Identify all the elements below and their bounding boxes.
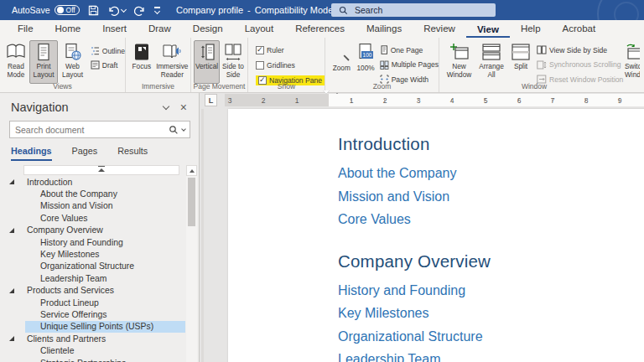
immersive-reader-icon [162, 43, 182, 61]
search-placeholder: Search [355, 5, 382, 15]
document-area: L 3 2 1 1 2 3 4 5 6 7 [200, 93, 644, 362]
document-search-input[interactable] [10, 125, 169, 135]
undo-icon[interactable] [107, 5, 126, 16]
vertical-button[interactable]: Vertical [194, 40, 220, 84]
document-page[interactable]: Introduction About the Company Mission a… [228, 109, 644, 362]
web-layout-button[interactable]: Web Layout [58, 40, 86, 84]
close-pane-icon[interactable]: × [180, 102, 187, 112]
nav-item-clientele[interactable]: Clientele [0, 344, 185, 356]
tab-results[interactable]: Results [117, 146, 148, 161]
document-search-box[interactable] [9, 121, 190, 138]
read-mode-button[interactable]: Read Mode [3, 40, 29, 84]
tree-scrollbar[interactable] [186, 165, 197, 362]
customize-quick-access-toolbar-icon[interactable] [154, 7, 160, 13]
side-to-side-button[interactable]: Side to Side [220, 40, 247, 84]
scroll-to-top-icon [98, 168, 105, 172]
synchronous-scrolling-button[interactable]: Synchronous Scrolling [537, 59, 623, 71]
tab-headings[interactable]: Headings [11, 146, 52, 161]
new-window-button[interactable]: New Window [444, 40, 475, 84]
view-side-by-side-button[interactable]: View Side by Side [537, 44, 623, 56]
autosave-switch[interactable]: Off [55, 5, 80, 15]
tab-pages[interactable]: Pages [72, 146, 98, 161]
tab-mailings[interactable]: Mailings [356, 21, 413, 38]
tab-help[interactable]: Help [510, 21, 552, 38]
nav-item-leadership-team[interactable]: Leadership Team [0, 272, 185, 284]
tab-design[interactable]: Design [182, 21, 234, 38]
nav-item-company-overview[interactable]: Company Overview [0, 225, 185, 236]
zoom-button[interactable]: Zoom [329, 40, 355, 84]
nav-item-unique-selling-points[interactable]: Unique Selling Points (USPs) [0, 321, 185, 333]
title-separator: - [247, 5, 251, 15]
split-icon [511, 43, 531, 61]
tab-view[interactable]: View [466, 22, 510, 39]
nav-item-strategic-partnerships[interactable]: Strategic Partnerships [0, 357, 185, 362]
nav-item-key-milestones[interactable]: Key Milestones [0, 248, 185, 260]
arrange-all-button[interactable]: Arrange All [475, 40, 508, 84]
tab-review[interactable]: Review [413, 21, 466, 38]
outline-icon [91, 46, 100, 55]
view-side-by-side-icon [537, 45, 547, 54]
document-title: Company profile - Compatibility Mode [176, 0, 344, 20]
arrange-all-icon [481, 43, 501, 61]
one-page-button[interactable]: One Page [380, 44, 439, 56]
scrollbar-up-button[interactable] [186, 165, 197, 176]
zoom-100-button[interactable]: 100 100% [355, 40, 377, 84]
heading2-core-values: Core Values [338, 208, 644, 231]
undo-dropdown-icon[interactable] [121, 6, 127, 12]
ruler-checkbox[interactable]: Ruler [256, 44, 284, 56]
switch-windows-button[interactable]: Switch Windows [622, 40, 640, 84]
tab-home[interactable]: Home [44, 21, 92, 38]
group-label-page-movement: Page Movement [191, 82, 247, 90]
nav-item-mission-and-vision[interactable]: Mission and Vision [0, 200, 185, 212]
split-button[interactable]: Split [508, 40, 533, 84]
search-options-chevron-icon[interactable] [181, 127, 186, 132]
one-page-icon [380, 45, 388, 54]
outline-button[interactable]: Outline [91, 44, 125, 57]
tab-references[interactable]: References [284, 21, 356, 38]
arrow-up-icon [190, 169, 195, 173]
tree-scroll-top-bar[interactable] [23, 165, 179, 175]
nav-item-introduction[interactable]: Introduction [0, 176, 185, 188]
heading2-history-and-founding: History and Founding [338, 279, 644, 303]
draft-button[interactable]: Draft [91, 59, 125, 71]
word-window: AutoSave Off Company profile [0, 0, 644, 362]
immersive-reader-button[interactable]: Immersive Reader [154, 40, 190, 84]
heading2-leadership-team: Leadership Team [338, 348, 644, 362]
nav-item-product-lineup[interactable]: Product Lineup [0, 297, 185, 308]
redo-icon[interactable] [134, 5, 146, 16]
nav-item-history-and-founding[interactable]: History and Founding [0, 236, 185, 248]
group-page-movement: Vertical Side to Side Page Movement [191, 38, 248, 92]
navigation-pane-tabs: Headings Pages Results [0, 138, 199, 161]
tab-layout[interactable]: Layout [234, 21, 285, 38]
print-layout-icon [36, 43, 51, 61]
multiple-pages-button[interactable]: Multiple Pages [380, 59, 439, 71]
nav-item-core-values[interactable]: Core Values [0, 212, 185, 224]
nav-item-products-and-services[interactable]: Products and Services [0, 285, 185, 297]
checkbox-checked-icon[interactable] [256, 46, 264, 54]
autosave-toggle[interactable]: AutoSave Off [12, 5, 80, 15]
autosave-state: Off [66, 7, 75, 13]
save-icon[interactable] [88, 5, 99, 16]
compatibility-mode-label: Compatibility Mode [255, 5, 334, 15]
tab-acrobat[interactable]: Acrobat [552, 21, 607, 38]
read-mode-icon [6, 43, 26, 61]
tab-insert[interactable]: Insert [91, 21, 138, 38]
synchronous-scrolling-icon [537, 60, 547, 70]
print-layout-button[interactable]: Print Layout [29, 40, 58, 84]
nav-item-clients-and-partners[interactable]: Clients and Partners [0, 333, 185, 344]
checkbox-unchecked-icon[interactable] [256, 61, 264, 70]
main-area: Navigation × Headings Pages Results [0, 93, 644, 362]
gridlines-checkbox[interactable]: Gridlines [256, 59, 295, 71]
focus-button[interactable]: Focus [129, 40, 154, 84]
tab-draw[interactable]: Draw [138, 21, 182, 38]
pane-options-chevron-icon[interactable] [163, 102, 169, 109]
search-icon[interactable] [169, 125, 179, 135]
nav-item-service-offerings[interactable]: Service Offerings [0, 308, 185, 320]
heading2-about-the-company: About the Company [338, 162, 644, 185]
nav-item-organizational-structure[interactable]: Organizational Structure [0, 261, 185, 272]
search-box[interactable]: Search [331, 3, 496, 17]
svg-text:100: 100 [363, 52, 372, 58]
tab-file[interactable]: File [7, 21, 44, 38]
scrollbar-thumb[interactable] [188, 178, 195, 226]
nav-item-about-the-company[interactable]: About the Company [0, 188, 185, 199]
